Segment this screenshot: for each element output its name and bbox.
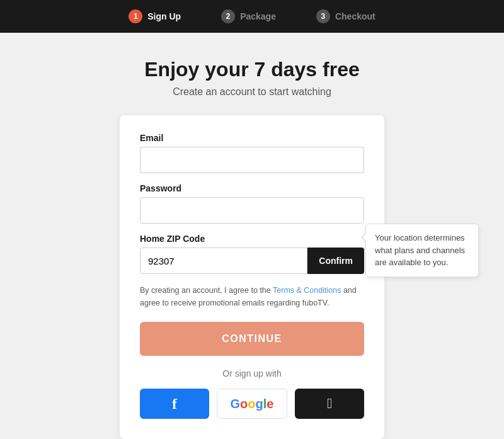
apple-signin-button[interactable]:  [295,389,364,419]
zip-input[interactable] [140,248,307,274]
confirm-button[interactable]: Confirm [307,248,364,274]
google-icon: Google [231,397,274,411]
apple-icon:  [327,396,332,412]
top-nav-bar: 1 Sign Up 2 Package 3 Checkout [0,0,504,33]
step-2-circle: 2 [221,9,235,23]
terms-link[interactable]: Terms & Conditions [273,286,341,295]
step-3-label: Checkout [335,11,375,21]
step-2-label: Package [240,11,276,21]
main-content: Enjoy your 7 days free Create an account… [0,33,504,439]
page-subtitle: Create an account to start watching [173,86,331,98]
zip-tooltip: Your location determines what plans and … [365,224,479,277]
step-3-circle: 3 [316,9,330,23]
continue-button[interactable]: CONTINUE [140,322,364,356]
zip-label: Home ZIP Code [140,234,364,244]
step-3-checkout[interactable]: 3 Checkout [316,9,375,23]
or-divider-text: Or sign up with [140,368,364,379]
email-input[interactable] [140,147,364,173]
page-title: Enjoy your 7 days free [144,58,359,81]
password-input[interactable] [140,197,364,224]
password-label: Password [140,183,364,193]
social-buttons-row: f Google  [140,389,364,419]
terms-text: By creating an account, I agree to the T… [140,284,364,309]
step-2-package[interactable]: 2 Package [221,9,276,23]
zip-row: Confirm [140,248,364,274]
step-1-circle: 1 [129,9,142,23]
signup-form-card: Email Password Home ZIP Code Confirm By … [120,115,384,439]
google-signin-button[interactable]: Google [217,389,287,419]
facebook-icon: f [172,396,177,413]
facebook-signin-button[interactable]: f [140,389,209,419]
step-1-signup[interactable]: 1 Sign Up [129,9,181,23]
step-1-label: Sign Up [147,11,181,21]
email-label: Email [140,133,364,143]
